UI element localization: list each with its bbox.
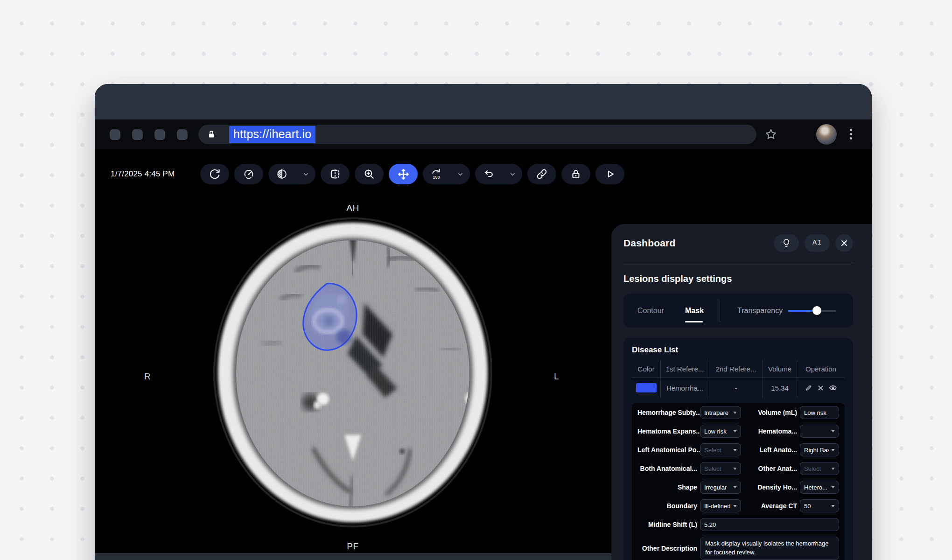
chevron-down-icon (831, 468, 835, 470)
field-label: Left Anato... (744, 446, 797, 454)
column-header: Volume (763, 360, 797, 378)
window-control-button[interactable] (154, 129, 165, 140)
volume-ml-input[interactable]: Low risk (800, 406, 839, 419)
disease-table-header: Color 1st Refere... 2nd Refere... Volume… (632, 360, 845, 378)
viewer-bottom-bar (95, 553, 611, 560)
chevron-down-icon (831, 505, 835, 507)
panel-title: Dashboard (623, 238, 768, 249)
close-panel-button[interactable] (835, 234, 853, 252)
browser-menu-icon[interactable] (850, 129, 852, 140)
column-header: 1st Refere... (660, 360, 709, 378)
contrast-button[interactable] (268, 164, 315, 184)
other-description-textarea[interactable]: Mask display visually isolates the hemor… (700, 537, 839, 560)
lightbulb-icon (781, 238, 791, 248)
refresh-icon (209, 168, 221, 180)
chevron-down-icon (733, 505, 737, 507)
gauge-button[interactable] (234, 164, 263, 184)
chevron-down-icon[interactable] (457, 171, 464, 178)
midline-shift-input[interactable]: 5.20 (700, 518, 839, 531)
disease-list-heading: Disease List (632, 345, 845, 355)
volume-cell: 15.34 (763, 378, 797, 398)
link-icon (536, 168, 548, 180)
boundary-select[interactable]: Ill-defined (700, 499, 741, 512)
field-label: Volume (mL) (744, 409, 797, 416)
hematoma-expansion-select[interactable]: Low risk (700, 425, 741, 438)
field-label: Other Description (637, 545, 697, 552)
hemorrhage-subtype-select[interactable]: Intrapare (700, 406, 741, 419)
column-header: 2nd Refere... (709, 360, 763, 378)
chevron-down-icon (733, 412, 737, 414)
hematoma-select[interactable] (800, 425, 839, 438)
chevron-down-icon (831, 430, 835, 433)
left-anatomical-select[interactable]: Right Bas (800, 443, 839, 456)
gauge-icon (243, 168, 255, 180)
edit-icon[interactable] (805, 384, 812, 392)
other-anatomical-select[interactable]: Select (800, 462, 839, 475)
disease-table: Color 1st Refere... 2nd Refere... Volume… (632, 360, 845, 398)
divider (720, 299, 720, 322)
dashboard-panel: Dashboard AI Lesions display settings Co… (611, 224, 872, 560)
avatar[interactable] (816, 124, 837, 145)
first-reference-cell: Hemorrha... (660, 378, 709, 398)
split-view-button[interactable] (321, 164, 350, 184)
average-ct-select[interactable]: 50 (800, 499, 839, 512)
orientation-label-left: R (144, 371, 151, 382)
transparency-slider[interactable] (788, 310, 836, 312)
undo-icon (483, 168, 495, 180)
field-label: Hematoma Expans... (637, 427, 697, 435)
desktop-background: https://iheart.io (0, 0, 952, 560)
both-anatomical-select[interactable]: Select (700, 462, 741, 475)
column-header: Operation (797, 360, 845, 378)
hint-button[interactable] (774, 234, 799, 252)
chevron-down-icon[interactable] (302, 171, 309, 178)
field-label: Average CT (744, 502, 797, 510)
field-label: Shape (637, 483, 697, 491)
play-icon (604, 168, 616, 180)
field-label: Boundary (637, 502, 697, 510)
second-reference-cell: - (709, 378, 763, 398)
viewer-content: AH R L PF 1/7/2025 4:45 PM (95, 149, 872, 560)
shape-select[interactable]: Irregular (700, 481, 741, 494)
tab-mask[interactable]: Mask (685, 294, 704, 328)
play-button[interactable] (595, 164, 624, 184)
url-text[interactable]: https://iheart.io (229, 126, 315, 143)
undo-button[interactable] (475, 164, 522, 184)
move-tool-button[interactable] (389, 164, 418, 184)
field-label: Other Anat... (744, 465, 797, 472)
chevron-down-icon (831, 486, 835, 489)
window-titlebar (95, 84, 872, 119)
field-label: Hemorrhage Subty... (637, 409, 697, 416)
address-bar[interactable]: https://iheart.io (198, 125, 756, 144)
lesions-settings-heading: Lesions display settings (623, 273, 853, 284)
browser-chrome: https://iheart.io (95, 119, 872, 149)
zoom-in-button[interactable] (355, 164, 384, 184)
lesions-settings-card: Contour Mask Transparency (623, 294, 853, 328)
left-anatomical-position-select[interactable]: Select (700, 443, 741, 456)
contrast-icon (276, 168, 288, 180)
rotate-180-icon: 180 (430, 168, 442, 180)
ai-button[interactable]: AI (805, 234, 830, 252)
slider-thumb[interactable] (812, 306, 821, 315)
orientation-label-top: AH (346, 203, 359, 213)
visibility-eye-icon[interactable] (829, 384, 837, 392)
window-control-button[interactable] (110, 129, 120, 140)
lock-button[interactable] (561, 164, 590, 184)
window-control-button[interactable] (132, 129, 143, 140)
tab-contour[interactable]: Contour (637, 294, 664, 328)
window-control-button[interactable] (177, 129, 188, 140)
delete-icon[interactable] (817, 385, 824, 392)
disease-list-card: Disease List Color 1st Refere... 2nd Ref… (623, 338, 853, 560)
column-header: Color (632, 360, 660, 378)
split-view-icon (329, 168, 341, 180)
rotate-180-button[interactable]: 180 (423, 164, 470, 184)
lock-icon (570, 168, 582, 180)
chevron-down-icon[interactable] (509, 171, 516, 178)
refresh-button[interactable] (200, 164, 229, 184)
field-label: Density Ho... (744, 483, 797, 491)
density-homogeneity-select[interactable]: Hetero... (800, 481, 839, 494)
orientation-label-bottom: PF (347, 541, 358, 552)
viewer-toolbar: 180 (200, 164, 624, 184)
close-icon (840, 239, 848, 247)
bookmark-star-icon[interactable] (764, 127, 778, 141)
link-button[interactable] (527, 164, 556, 184)
